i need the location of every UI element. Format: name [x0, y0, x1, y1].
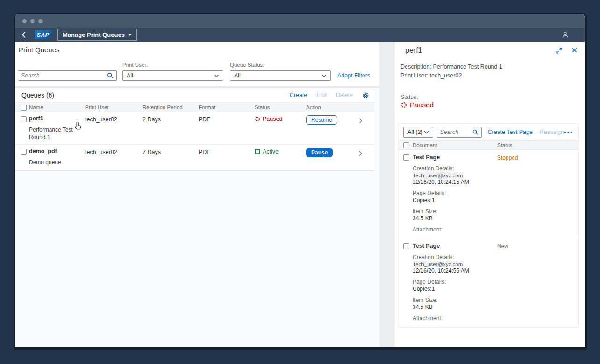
queue-retention: 2 Days: [143, 115, 199, 123]
page-details-label: Page Details:: [413, 279, 578, 286]
sap-logo-text: SAP: [37, 32, 49, 38]
panel-splitter[interactable]: [379, 42, 395, 347]
window-control-dot[interactable]: [38, 19, 43, 23]
content-area: Print Queues Print User: All Queue Statu…: [15, 42, 585, 347]
queue-name: demo_pdf: [29, 148, 85, 154]
window-titlebar: [15, 14, 585, 28]
reassign-button[interactable]: Reassign: [540, 129, 564, 135]
close-icon[interactable]: [572, 48, 577, 54]
app-window: SAP Manage Print Queues Print Queues Pri…: [14, 13, 587, 350]
detail-print-user-value: tech_user02: [430, 72, 462, 79]
cursor-pointer-icon: [75, 121, 82, 132]
queue-print-user: tech_user02: [85, 148, 143, 155]
print-user-select[interactable]: All: [122, 70, 223, 81]
queues-table-header: Name Print User Retention Period Format …: [15, 102, 374, 112]
documents-search-input[interactable]: [440, 129, 472, 135]
app-title-menu[interactable]: Manage Print Queues: [57, 29, 137, 41]
chevron-down-icon: [424, 131, 429, 134]
queue-status: Paused: [263, 116, 282, 122]
row-checkbox[interactable]: [403, 243, 409, 249]
window-control-dot[interactable]: [30, 19, 35, 23]
documents-search-field: [437, 127, 482, 138]
page-title: Print Queues: [19, 46, 60, 54]
queue-print-user: tech_user02: [85, 115, 143, 123]
creation-email: tech_user@xyz.com: [413, 261, 464, 267]
print-user-value: All: [127, 72, 133, 79]
queue-row-demo-pdf[interactable]: demo_pdf Demo queue tech_user02 7 Days P…: [15, 145, 374, 170]
documents-filter-select[interactable]: All (2): [403, 127, 433, 138]
item-size-value: 34.5 KB: [413, 304, 578, 311]
active-status-icon: [255, 149, 260, 154]
print-user-label: Print User:: [122, 62, 148, 68]
item-size-label: Item Size:: [413, 297, 578, 304]
app-title-label: Manage Print Queues: [63, 31, 125, 38]
document-row[interactable]: Test Page New Creation Details: tech_use…: [399, 238, 578, 327]
search-field: [18, 70, 117, 81]
item-size-value: 34.5 KB: [413, 215, 578, 222]
resume-button[interactable]: Resume: [306, 115, 337, 125]
documents-filter-value: All (2): [407, 129, 423, 135]
column-header-action: Action: [306, 105, 359, 110]
row-checkbox[interactable]: [21, 149, 27, 155]
delete-button[interactable]: Delete: [336, 92, 353, 98]
window-control-dot[interactable]: [22, 19, 27, 23]
queue-description: Demo queue: [29, 159, 85, 167]
queue-row-perf1[interactable]: perf1 Performance Test Round 1 tech_user…: [15, 112, 374, 145]
search-input[interactable]: [21, 72, 107, 79]
documents-toolbar: All (2) Create Test Page Reassign: [399, 124, 578, 140]
copies-value: Copies:1: [413, 286, 578, 293]
search-icon[interactable]: [107, 72, 114, 79]
document-status: New: [497, 243, 578, 250]
expand-fullscreen-icon[interactable]: [556, 48, 562, 54]
queue-retention: 7 Days: [143, 148, 199, 155]
create-test-page-button[interactable]: Create Test Page: [488, 129, 533, 135]
queue-name: perf1: [29, 115, 85, 122]
search-icon[interactable]: [472, 129, 479, 135]
adapt-filters-link[interactable]: Adapt Filters: [337, 72, 370, 79]
chevron-down-icon: [128, 34, 132, 36]
row-checkbox[interactable]: [403, 154, 409, 161]
detail-description-label: Description:: [400, 63, 431, 70]
detail-status-label: Status:: [400, 94, 418, 100]
queue-format: PDF: [199, 115, 255, 123]
select-all-checkbox[interactable]: [403, 142, 409, 148]
queue-status-label: Queue Status:: [230, 62, 264, 68]
detail-panel: perf1 Description: Performance Test Roun…: [395, 42, 585, 347]
documents-table-header: Document Status: [399, 140, 578, 150]
creation-time: 12/16/20, 10:24:55 AM: [413, 267, 578, 274]
edit-button[interactable]: Edit: [316, 92, 327, 98]
user-avatar-icon[interactable]: [562, 31, 569, 38]
chevron-right-icon[interactable]: [359, 148, 368, 158]
queues-toolbar: Queues (6) Create Edit Delete: [15, 88, 374, 102]
queue-status-select[interactable]: All: [230, 70, 331, 81]
pause-button[interactable]: Pause: [306, 148, 333, 157]
row-checkbox[interactable]: [21, 116, 27, 122]
document-status: Stopped: [497, 154, 578, 161]
detail-description-value: Performance Test Round 1: [433, 63, 502, 70]
queues-table: Queues (6) Create Edit Delete Name Print…: [15, 88, 374, 171]
create-button[interactable]: Create: [290, 92, 307, 98]
creation-time: 12/16/20, 10:24:15 AM: [413, 179, 578, 186]
column-header-status: Status: [497, 142, 578, 148]
back-icon[interactable]: [21, 31, 26, 38]
detail-print-user-label: Print User:: [400, 72, 428, 79]
column-header-status: Status: [255, 105, 306, 110]
queue-status: Active: [263, 148, 279, 155]
detail-status: Paused: [400, 101, 434, 109]
document-name: Test Page: [413, 243, 497, 250]
detail-title: perf1: [405, 46, 422, 55]
item-size-label: Item Size:: [413, 208, 578, 215]
chevron-down-icon: [321, 74, 327, 77]
print-queues-section: Print Queues Print User: All Queue Statu…: [15, 42, 379, 347]
overflow-menu-icon[interactable]: [564, 131, 572, 133]
document-row[interactable]: Test Page Stopped Creation Details: tech…: [399, 150, 578, 238]
sap-logo[interactable]: SAP: [35, 30, 53, 39]
select-all-checkbox[interactable]: [21, 105, 27, 111]
shell-bar: SAP Manage Print Queues: [15, 28, 585, 42]
chevron-right-icon[interactable]: [359, 115, 368, 125]
page-header: Print Queues Print User: All Queue Statu…: [15, 42, 379, 86]
settings-gear-icon[interactable]: [362, 92, 369, 99]
attachment-label: Attachment:: [413, 315, 578, 322]
attachment-label: Attachment:: [413, 226, 578, 233]
column-header-document: Document: [413, 142, 497, 148]
